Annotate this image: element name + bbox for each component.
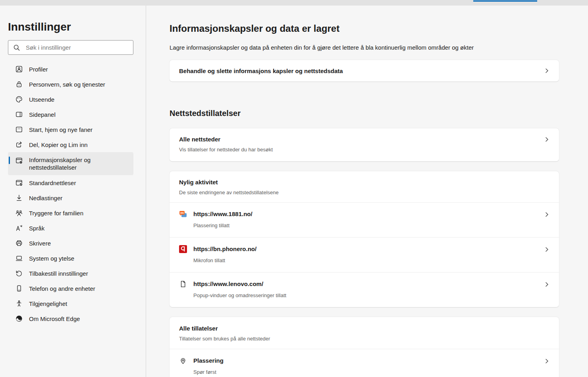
sidebar-item-label: Telefon og andre enheter xyxy=(29,285,95,292)
search-icon xyxy=(13,44,21,52)
sidebar-item-tilgjengelighet[interactable]: Tilgjengelighet xyxy=(8,296,133,311)
sidebar-item-label: Tryggere for familien xyxy=(29,209,83,217)
sidebar-item-label: Tilgjengelighet xyxy=(29,300,67,307)
recent-activity-card: Nylig aktivitet De siste endringene av n… xyxy=(170,171,559,307)
site-row-phonero[interactable]: https://bn.phonero.no/ Mikrofon tillatt xyxy=(170,237,559,272)
site-permission-status: Plassering tillatt xyxy=(193,222,544,228)
site-permissions-heading: Nettstedstillatelser xyxy=(170,109,559,118)
site-url: https://bn.phonero.no/ xyxy=(193,245,544,253)
active-tab-indicator xyxy=(473,0,537,2)
site-permission-status: Mikrofon tillatt xyxy=(193,257,544,263)
all-permissions-subtitle: Tillatelser som brukes på alle nettstede… xyxy=(179,336,549,342)
sidebar-item-profiler[interactable]: Profiler xyxy=(8,62,133,77)
sidebar-item-label: Tilbakestill innstillinger xyxy=(29,270,88,277)
recent-activity-subtitle: De siste endringene av nettstedstillatel… xyxy=(179,189,549,195)
site-permission-status: Popup-vinduer og omadresseringer tillatt xyxy=(193,292,544,298)
sidebar-item-label: Personvern, søk og tjenester xyxy=(29,81,105,88)
permission-row-plassering[interactable]: Plassering Spør først xyxy=(170,349,559,377)
favicon-1881: 1881 xyxy=(179,210,187,218)
palette-icon xyxy=(15,95,23,103)
reset-icon xyxy=(15,269,23,277)
sidebar-item-label: Nedlastinger xyxy=(29,194,62,202)
edge-logo-icon xyxy=(15,315,23,323)
sidebar-item-label: Språk xyxy=(29,224,44,232)
settings-search[interactable] xyxy=(8,40,133,55)
location-pin-icon xyxy=(179,357,187,365)
all-sites-subtitle: Vis tillatelser for nettsteder du har be… xyxy=(179,147,549,153)
permission-label: Plassering xyxy=(193,357,544,365)
sidebar-item-label: Om Microsoft Edge xyxy=(29,315,80,323)
all-permissions-title: Alle tillatelser xyxy=(179,325,549,332)
sidebar-item-system-og-ytelse[interactable]: System og ytelse xyxy=(8,251,133,266)
profile-icon xyxy=(15,65,23,73)
sidebar-item-telefon[interactable]: Telefon og andre enheter xyxy=(8,281,133,296)
sidebar-item-informasjonskapsler[interactable]: Informasjonskapsler og nettstedstillatel… xyxy=(8,152,133,175)
sidebar-nav: Profiler Personvern, søk og tjenester xyxy=(8,62,146,326)
browser-chrome-strip xyxy=(0,0,588,6)
recent-activity-title: Nylig aktivitet xyxy=(179,179,549,186)
printer-icon xyxy=(15,239,23,247)
sidebar-item-utseende[interactable]: Utseende xyxy=(8,92,133,107)
site-row-lenovo[interactable]: https://www.lenovo.com/ Popup-vinduer og… xyxy=(170,272,559,307)
share-icon xyxy=(15,141,23,149)
sidebar-item-label: Utseende xyxy=(29,96,54,103)
download-icon xyxy=(15,194,23,202)
sidebar-item-tryggere-for-familien[interactable]: Tryggere for familien xyxy=(8,205,133,220)
search-input[interactable] xyxy=(25,44,129,51)
sidebar-item-personvern[interactable]: Personvern, søk og tjenester xyxy=(8,77,133,92)
lock-icon xyxy=(15,80,23,88)
laptop-icon xyxy=(15,254,23,262)
sidebar-item-label: Del, Kopier og Lim inn xyxy=(29,141,88,149)
settings-sidebar: Innstillinger Profiler xyxy=(0,6,146,377)
chevron-right-icon xyxy=(544,137,549,142)
sidebar-title: Innstillinger xyxy=(8,21,146,33)
sidebar-item-label: Informasjonskapsler og nettstedstillatel… xyxy=(29,156,133,171)
sidebar-item-del-kopier[interactable]: Del, Kopier og Lim inn xyxy=(8,137,133,152)
page-title: Informasjonskapsler og data er lagret xyxy=(170,23,559,34)
all-sites-title: Alle nettsteder xyxy=(179,136,220,143)
svg-text:1881: 1881 xyxy=(180,212,184,214)
sidebar-item-nedlastinger[interactable]: Nedlastinger xyxy=(8,190,133,205)
chevron-right-icon xyxy=(544,247,549,252)
language-icon xyxy=(15,224,23,232)
sidebar-item-tilbakestill[interactable]: Tilbakestill innstillinger xyxy=(8,266,133,281)
cookies-permissions-icon xyxy=(15,157,23,164)
site-url: https://www.lenovo.com/ xyxy=(193,280,544,288)
window-tabs-icon xyxy=(15,126,23,133)
sidepanel-icon xyxy=(15,110,23,118)
favicon-phonero xyxy=(179,245,187,253)
favicon-page xyxy=(179,280,187,288)
sidebar-item-start-hjem-faner[interactable]: Start, hjem og nye faner xyxy=(8,122,133,137)
site-url: https://www.1881.no/ xyxy=(193,210,544,218)
all-permissions-card: Alle tillatelser Tillatelser som brukes … xyxy=(170,317,559,377)
accessibility-icon xyxy=(15,300,23,307)
sidebar-item-sprak[interactable]: Språk xyxy=(8,220,133,236)
all-sites-card[interactable]: Alle nettsteder Vis tillatelser for nett… xyxy=(170,128,559,161)
phone-icon xyxy=(15,284,23,292)
family-icon xyxy=(15,209,23,217)
sidebar-item-label: Standardnettleser xyxy=(29,179,76,187)
sidebar-item-label: System og ytelse xyxy=(29,255,74,262)
sidebar-item-skrivere[interactable]: Skrivere xyxy=(8,236,133,251)
manage-cookies-button[interactable]: Behandle og slette informasjons kapsler … xyxy=(170,60,559,81)
page-description: Lagre informasjonskapsler og data på enh… xyxy=(170,44,559,51)
chevron-right-icon xyxy=(544,358,549,364)
chevron-right-icon xyxy=(544,68,549,73)
sidebar-item-standardnettleser[interactable]: Standardnettleser xyxy=(8,175,133,190)
chevron-right-icon xyxy=(544,212,549,217)
sidebar-item-om-edge[interactable]: Om Microsoft Edge xyxy=(8,311,133,326)
sidebar-item-label: Sidepanel xyxy=(29,111,56,118)
manage-cookies-label: Behandle og slette informasjons kapsler … xyxy=(179,68,343,74)
default-browser-icon xyxy=(15,179,23,187)
chevron-right-icon xyxy=(544,282,549,287)
sidebar-item-sidepanel[interactable]: Sidepanel xyxy=(8,107,133,122)
settings-main: Informasjonskapsler og data er lagret La… xyxy=(146,6,588,377)
sidebar-item-label: Skrivere xyxy=(29,240,51,247)
permission-status: Spør først xyxy=(193,369,544,375)
site-row-1881[interactable]: 1881 https://www.1881.no/ Plassering til… xyxy=(170,202,559,237)
sidebar-item-label: Profiler xyxy=(29,66,48,73)
sidebar-item-label: Start, hjem og nye faner xyxy=(29,126,93,133)
